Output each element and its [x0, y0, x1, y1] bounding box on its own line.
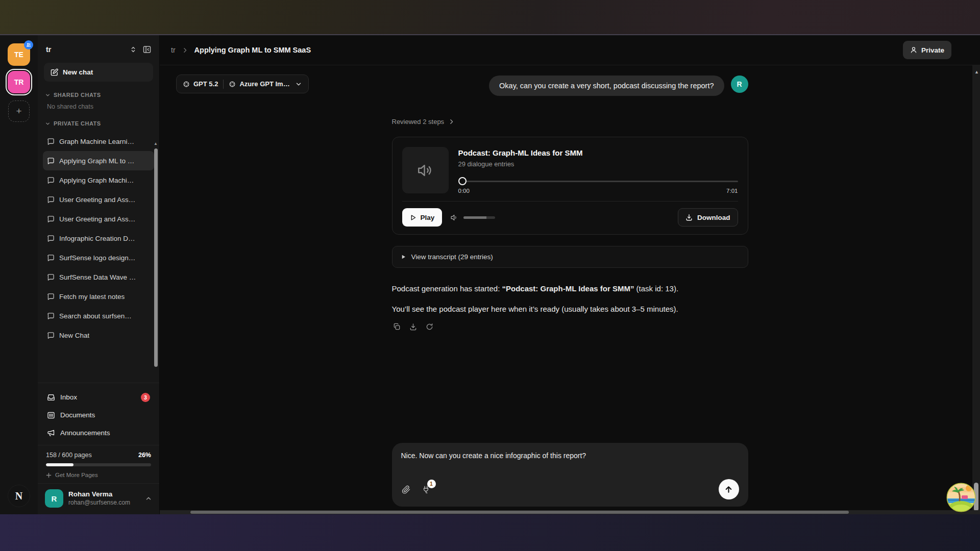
usage-meter: 158 / 600 pages 26% Get More Pages	[38, 445, 159, 483]
vertical-scrollbar-track[interactable]: ▲	[972, 65, 980, 514]
user-avatar: R	[45, 489, 63, 508]
workspace-switcher-button[interactable]	[129, 45, 138, 54]
chat-list-item[interactable]: User Greeting and Ass…	[43, 209, 154, 229]
copy-message-button[interactable]	[392, 322, 402, 332]
app-window: TE TR + N tr	[0, 34, 980, 514]
horizontal-scrollbar-track[interactable]	[160, 510, 980, 514]
get-more-pages-button[interactable]: Get More Pages	[46, 472, 151, 478]
shared-users-badge	[24, 40, 33, 49]
refresh-icon	[426, 323, 433, 331]
volume-slider[interactable]	[463, 216, 495, 219]
chat-bubble-icon	[47, 332, 55, 339]
download-label: Download	[697, 214, 730, 221]
sidebar-item-documents[interactable]: Documents	[43, 406, 154, 424]
workspace-avatar-tr-active[interactable]: TR	[8, 71, 30, 93]
private-chat-list: Graph Machine Learni… Applying Graph ML …	[38, 130, 159, 345]
volume-icon[interactable]	[450, 213, 459, 222]
horizontal-scrollbar-thumb[interactable]	[190, 511, 849, 514]
chat-title: SurfSense Data Wave …	[59, 273, 136, 281]
chat-list-item[interactable]: Graph Machine Learni…	[43, 132, 154, 151]
sidebar: tr New chat SHARED CHATS No shared chats	[38, 35, 160, 514]
chat-list-item[interactable]: Fetch my latest notes	[43, 287, 154, 306]
chat-list-item[interactable]: Search about surfsen…	[43, 306, 154, 325]
chevron-right-icon	[448, 118, 455, 125]
private-chats-section-header[interactable]: PRIVATE CHATS	[38, 113, 159, 130]
podcast-seek-slider[interactable]	[458, 177, 738, 185]
message-action-bar	[392, 322, 748, 332]
plus-icon: +	[16, 106, 21, 117]
disclosure-triangle-icon	[401, 254, 406, 260]
attach-file-button[interactable]	[401, 485, 411, 494]
download-message-button[interactable]	[408, 322, 418, 332]
sidebar-scroll-up-arrow[interactable]: ▲	[154, 141, 158, 146]
notion-logo-button[interactable]: N	[8, 485, 30, 507]
download-button[interactable]: Download	[678, 208, 738, 227]
workspace-avatar-te[interactable]: TE	[8, 43, 30, 66]
breadcrumb-chat-title: Applying Graph ML to SMM SaaS	[194, 46, 311, 54]
panel-left-icon	[143, 45, 151, 54]
arrow-up-icon	[724, 485, 733, 494]
chat-bubble-icon	[47, 177, 55, 184]
chat-list-item[interactable]: SurfSense Data Wave …	[43, 267, 154, 287]
documents-label: Documents	[60, 411, 95, 419]
chat-bubble-icon	[47, 196, 55, 204]
chat-list-item[interactable]: Applying Graph Machi…	[43, 170, 154, 190]
divider	[223, 80, 224, 89]
model-selector[interactable]: GPT 5.2 Azure GPT Im…	[176, 74, 309, 93]
play-label: Play	[421, 214, 435, 221]
breadcrumb-workspace[interactable]: tr	[171, 46, 176, 54]
play-button[interactable]: Play	[402, 208, 443, 227]
chat-title: Applying Graph Machi…	[59, 177, 134, 184]
chat-title: Graph Machine Learni…	[59, 138, 134, 145]
chat-bubble-icon	[47, 157, 55, 165]
reviewed-steps-toggle[interactable]: Reviewed 2 steps	[392, 118, 455, 126]
workspace-title: tr	[46, 45, 125, 54]
chat-title: User Greeting and Ass…	[59, 196, 135, 204]
conversation-column: Okay, can you create a very short, podca…	[392, 65, 748, 514]
message-composer[interactable]: Nice. Now can you create a nice infograp…	[392, 443, 748, 507]
sidebar-item-announcements[interactable]: Announcements	[43, 424, 154, 442]
pages-percent-text: 26%	[138, 452, 151, 459]
chat-bubble-icon	[47, 138, 55, 145]
openai-logo-icon	[183, 81, 190, 88]
scroll-up-arrow[interactable]: ▲	[974, 69, 979, 74]
chat-list-item[interactable]: SurfSense logo design…	[43, 248, 154, 267]
podcast-title: Podcast: Graph-ML Ideas for SMM	[458, 148, 738, 157]
chevron-down-icon	[45, 92, 51, 98]
current-time: 0:00	[458, 188, 470, 194]
sidebar-scrollbar-thumb[interactable]	[154, 148, 158, 367]
chat-list-item-active[interactable]: Applying Graph ML to …	[43, 151, 154, 170]
new-chat-button[interactable]: New chat	[44, 63, 153, 82]
desktop-background-top	[0, 0, 980, 34]
add-workspace-button[interactable]: +	[8, 101, 30, 122]
chevron-right-icon	[182, 47, 188, 54]
chat-list-item[interactable]: Infographic Creation D…	[43, 229, 154, 248]
privacy-toggle-button[interactable]: Private	[903, 41, 951, 59]
account-menu-button[interactable]: R Rohan Verma rohan@surfsense.com	[38, 483, 159, 514]
volume-control	[450, 213, 495, 222]
chevron-down-icon	[295, 81, 302, 88]
screen: TE TR + N tr	[0, 0, 980, 551]
breadcrumb: tr Applying Graph ML to SMM SaaS	[171, 46, 311, 54]
user-name: Rohan Verma	[68, 490, 140, 499]
view-transcript-toggle[interactable]: View transcript (29 entries)	[392, 246, 748, 268]
seek-handle[interactable]	[458, 177, 467, 185]
regenerate-button[interactable]	[425, 322, 434, 332]
chevron-up-icon	[145, 495, 152, 502]
chat-list-item[interactable]: User Greeting and Ass…	[43, 190, 154, 209]
send-button[interactable]	[719, 479, 739, 499]
chat-bubble-icon	[47, 293, 55, 300]
megaphone-icon	[47, 429, 55, 437]
chat-list-item[interactable]: New Chat	[43, 325, 154, 345]
pages-used-text: 158 / 600 pages	[46, 452, 92, 459]
chat-content: GPT 5.2 Azure GPT Im… Okay, can you crea…	[160, 65, 980, 514]
island-sticker-icon[interactable]	[946, 482, 976, 513]
composer-input[interactable]: Nice. Now can you create a nice infograp…	[401, 452, 739, 472]
sidebar-item-inbox[interactable]: Inbox 3	[43, 388, 154, 406]
shared-chats-section-header[interactable]: SHARED CHATS	[38, 85, 159, 101]
view-transcript-label: View transcript (29 entries)	[411, 253, 493, 261]
desktop-background-bottom	[0, 514, 980, 551]
connectors-button[interactable]: 1	[421, 485, 431, 494]
collapse-sidebar-button[interactable]	[142, 44, 152, 55]
chat-bubble-icon	[47, 215, 55, 223]
